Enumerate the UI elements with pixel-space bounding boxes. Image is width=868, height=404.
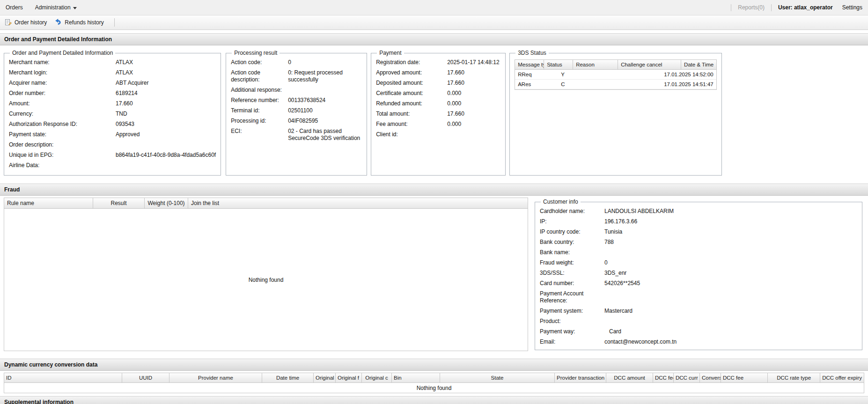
column-header[interactable]: Original c [362, 373, 392, 382]
field-label: Airline Data: [9, 162, 116, 169]
section-header-supplemental-label: Supplemental information [4, 399, 74, 404]
field-label: Email: [540, 338, 604, 345]
field-value: 788 [604, 239, 857, 246]
column-header[interactable]: Challenge cancel [618, 60, 681, 69]
threeds-status-panel: 3DS Status Message type Status Reason Ch… [509, 50, 722, 176]
field-value: 0.000 [447, 121, 500, 128]
menu-administration-label: Administration [35, 4, 71, 11]
column-header[interactable]: State [440, 373, 555, 382]
field-label: Amount: [9, 100, 116, 107]
field-value: 04IF082595 [288, 118, 362, 125]
field-value: Tunisia [604, 228, 857, 235]
order-history-label: Order history [15, 19, 47, 26]
empty-text: Nothing found [249, 277, 284, 283]
section-header-fraud: Fraud [0, 184, 868, 196]
field-label: Processing id: [231, 118, 288, 125]
field-value: Card [604, 328, 857, 335]
field-row: Registration date: 2025-01-17 14:48:12 [376, 58, 500, 68]
field-value: 17.660 [447, 69, 500, 76]
column-header[interactable]: DCC fee [721, 373, 768, 382]
field-value: 0: Request processed successfully [288, 69, 362, 83]
field-value: 0.000 [447, 90, 500, 97]
field-value [116, 141, 216, 148]
field-row: Action code: 0 [231, 58, 362, 68]
order-history-button[interactable]: Order history [4, 19, 47, 26]
field-row: Terminal id: 02501100 [231, 106, 362, 116]
field-row: Bank name: [540, 248, 857, 258]
column-header[interactable]: Conversi [700, 373, 721, 382]
column-header[interactable]: Message type [515, 60, 544, 69]
field-row: Payment system: Mastercard [540, 306, 857, 316]
field-row: Unique id in EPG: b864fa19-c41f-40c8-9d8… [9, 150, 216, 161]
column-header[interactable]: DCC amount [606, 373, 653, 382]
field-value: 196.176.3.66 [604, 218, 857, 225]
field-value: Mastercard [604, 308, 857, 315]
refunds-history-button[interactable]: Refunds history [54, 19, 103, 26]
column-header[interactable]: Date & Time [681, 60, 716, 69]
field-value [288, 87, 362, 94]
column-header[interactable]: Provider transaction id [555, 373, 606, 382]
field-row: Order number: 6189214 [9, 88, 216, 99]
field-row: Amount: 17.660 [9, 99, 216, 109]
cell-message-type: ARes [515, 80, 558, 89]
field-value [116, 162, 216, 169]
column-header[interactable]: Date time [262, 373, 314, 382]
field-row: Acquirer name: ABT Acquirer [9, 78, 216, 88]
cell-challenge-cancel [616, 80, 661, 89]
column-header[interactable]: Bin [392, 373, 440, 382]
dcc-table-header: ID UUID Provider name Date time Original… [4, 373, 864, 383]
detail-panels: Order and Payment Detailed Information M… [4, 50, 864, 176]
threeds-table-body: RReq Y 17.01.2025 14:52:00 ARes C 17.01.… [515, 70, 716, 89]
order-details-panel: Order and Payment Detailed Information M… [4, 50, 221, 176]
field-row: Reference number: 001337638524 [231, 95, 362, 106]
column-header[interactable]: Reason [573, 60, 618, 69]
cell-status: C [558, 80, 587, 89]
field-row: IP: 196.176.3.66 [540, 217, 857, 227]
fraud-area: Rule name Result Weight (0-100) Join the… [4, 198, 864, 351]
column-header[interactable]: Weight (0-100) [145, 198, 188, 208]
field-row: Payment Account Reference: [540, 289, 857, 306]
column-header[interactable]: DCC fee amount [653, 373, 674, 382]
field-row: Airline Data: [9, 161, 216, 171]
field-label: IP country code: [540, 228, 604, 235]
field-value: ATLAX [116, 69, 216, 76]
field-label: Merchant login: [9, 69, 116, 76]
table-row[interactable]: RReq Y 17.01.2025 14:52:00 [515, 70, 716, 80]
column-header[interactable]: Original amount [314, 373, 336, 382]
menu-administration[interactable]: Administration [35, 4, 77, 11]
field-row: Fraud weight: 0 [540, 258, 857, 268]
column-header[interactable]: ID [4, 373, 122, 382]
field-row: Payment way: Card [540, 327, 857, 337]
column-header[interactable]: DCC curr [674, 373, 700, 382]
table-row[interactable]: ARes C 17.01.2025 14:51:47 [515, 80, 716, 89]
menu-orders[interactable]: Orders [6, 4, 23, 11]
column-header[interactable]: UUID [122, 373, 169, 382]
customer-info-legend: Customer info [541, 198, 581, 205]
field-row: Bank country: 788 [540, 237, 857, 248]
field-row: Product: [540, 316, 857, 327]
menu-reports[interactable]: Reports(0) [738, 4, 765, 11]
field-row: Total amount: 17.660 [376, 109, 500, 119]
column-header[interactable]: DCC rate type [768, 373, 820, 382]
menu-settings[interactable]: Settings [842, 4, 862, 11]
field-label: Acquirer name: [9, 80, 116, 87]
column-header[interactable]: Result [93, 198, 145, 208]
field-value: 2025-01-17 14:48:12 [447, 59, 500, 66]
column-header[interactable]: DCC offer expiry [820, 373, 864, 382]
field-row: Client id: [376, 130, 500, 140]
field-label: Merchant name: [9, 59, 116, 66]
field-value: ATLAX [116, 59, 216, 66]
column-header[interactable]: Original f [336, 373, 362, 382]
column-header[interactable]: Status [544, 60, 573, 69]
column-header[interactable]: Rule name [4, 198, 93, 208]
field-value: ABT Acquirer [116, 80, 216, 87]
column-header[interactable]: Join the list [188, 198, 222, 208]
section-header-fraud-label: Fraud [4, 186, 20, 193]
field-value: contact@newconcept.com.tn [604, 338, 857, 345]
field-value: 001337638524 [288, 97, 362, 104]
field-row: Certificate amount: 0.000 [376, 88, 500, 99]
field-row: Deposited amount: 17.660 [376, 78, 500, 88]
field-value [604, 249, 857, 256]
column-header[interactable]: Provider name [169, 373, 262, 382]
processing-result-legend: Processing result [232, 50, 280, 56]
